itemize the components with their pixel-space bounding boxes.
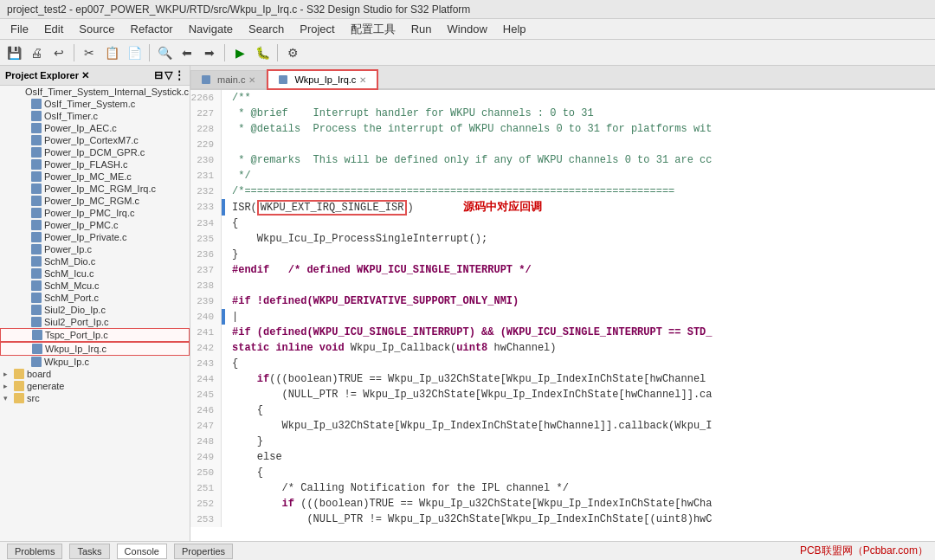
toolbar-btn-3[interactable]: ↩ <box>48 42 69 63</box>
code-line: 229 <box>190 137 935 152</box>
tree-item-22[interactable]: Wkpu_Ip.c <box>0 356 190 368</box>
tree-item-13[interactable]: Power_Ip.c <box>0 243 190 255</box>
tree-item-label: Power_Ip_PMC.c <box>44 220 119 230</box>
tree-item-label: OsIf_Timer_System_Internal_Systick.c <box>25 87 189 97</box>
toolbar-btn-6[interactable]: 📄 <box>124 42 145 63</box>
tree-item-9[interactable]: Power_Ip_MC_RGM.c <box>0 195 190 207</box>
code-text: if(((boolean)TRUE == Wkpu_Ip_u32ChState[… <box>232 373 706 385</box>
code-line: 251 /* Calling Notification for the IPL … <box>190 480 935 496</box>
toolbar-btn-9[interactable]: ➡ <box>199 42 220 63</box>
tree-item-10[interactable]: Power_Ip_PMC_Irq.c <box>0 207 190 219</box>
menu-item-search[interactable]: Search <box>242 21 291 37</box>
code-line: 247 Wkpu_Ip_u32ChState[Wkpu_Ip_IndexInCh… <box>190 418 935 434</box>
tree-item-25[interactable]: ▾src <box>0 392 190 404</box>
tab-file-icon <box>202 75 210 84</box>
menu-item-refactor[interactable]: Refactor <box>124 21 180 37</box>
tree-item-16[interactable]: SchM_Mcu.c <box>0 280 190 292</box>
code-line: 240| <box>190 309 935 325</box>
toolbar-btn-8[interactable]: ⬅ <box>177 42 197 63</box>
tree-item-11[interactable]: Power_Ip_PMC.c <box>0 219 190 231</box>
toolbar-btn-5[interactable]: 📋 <box>101 42 122 63</box>
line-number: 227 <box>190 106 222 121</box>
tree-item-label: Power_Ip.c <box>44 244 92 254</box>
menu-item-navigate[interactable]: Navigate <box>182 21 240 37</box>
tree-item-6[interactable]: Power_Ip_FLASH.c <box>0 158 190 171</box>
line-number: 228 <box>190 121 222 137</box>
toolbar-btn-1[interactable]: 💾 <box>3 42 24 63</box>
tree-item-21[interactable]: Wkpu_Ip_Irq.c <box>0 342 190 356</box>
debug-button[interactable]: 🐛 <box>252 42 273 63</box>
tree-item-1[interactable]: OsIf_Timer_System.c <box>0 98 190 110</box>
code-editor[interactable]: 2266/**227 * @brief Interrupt handler fo… <box>190 90 935 541</box>
line-number: 244 <box>190 371 222 387</box>
bottom-tab-console[interactable]: Console <box>117 544 167 559</box>
tree-item-19[interactable]: Siul2_Port_Ip.c <box>0 316 190 328</box>
code-line: 248 } <box>190 434 935 449</box>
tree-item-7[interactable]: Power_Ip_MC_ME.c <box>0 171 190 183</box>
filter-icon[interactable]: ▽ <box>164 69 172 81</box>
tree-item-17[interactable]: SchM_Port.c <box>0 292 190 304</box>
editor-area: main.c ✕Wkpu_Ip_Irq.c ✕ 2266/**227 * @br… <box>190 66 935 541</box>
tree-item-3[interactable]: Power_Ip_AEC.c <box>0 122 190 134</box>
menu-icon[interactable]: ⋮ <box>174 69 184 81</box>
toolbar-btn-10[interactable]: ⚙ <box>282 42 303 63</box>
toolbar-sep-3 <box>224 44 225 61</box>
file-icon <box>31 305 42 315</box>
tree-item-label: Power_Ip_CortexM7.c <box>44 135 139 145</box>
menu-item-file[interactable]: File <box>3 21 35 37</box>
menu-item-配置工具[interactable]: 配置工具 <box>344 20 403 39</box>
menu-item-edit[interactable]: Edit <box>37 21 70 37</box>
bottom-tab-properties[interactable]: Properties <box>174 544 233 559</box>
tab-close-icon[interactable]: ✕ <box>248 75 255 85</box>
line-content: #if (defined(WKPU_ICU_SINGLE_INTERRUPT) … <box>225 325 935 340</box>
tree-item-8[interactable]: Power_Ip_MC_RGM_Irq.c <box>0 183 190 195</box>
toolbar-btn-4[interactable]: ✂ <box>79 42 100 63</box>
pcb-watermark: PCB联盟网（Pcbbar.com） <box>800 544 928 558</box>
tree-item-5[interactable]: Power_Ip_DCM_GPR.c <box>0 146 190 158</box>
code-line: 231 */ <box>190 168 935 183</box>
toolbar-btn-7[interactable]: 🔍 <box>154 42 175 63</box>
line-number: 237 <box>190 262 222 278</box>
tab-close-icon[interactable]: ✕ <box>359 75 366 85</box>
menu-item-window[interactable]: Window <box>441 21 494 37</box>
bottom-tab-problems[interactable]: Problems <box>7 544 62 559</box>
collapse-icon[interactable]: ⊟ <box>154 69 163 81</box>
tree-item-0[interactable]: OsIf_Timer_System_Internal_Systick.c <box>0 86 190 98</box>
main-area: Project Explorer ✕ ⊟ ▽ ⋮ OsIf_Timer_Syst… <box>0 66 935 541</box>
tree-item-12[interactable]: Power_Ip_Private.c <box>0 231 190 243</box>
code-line: 253 (NULL_PTR != Wkpu_Ip_u32ChState[Wkpu… <box>190 512 935 527</box>
menu-item-source[interactable]: Source <box>72 21 121 37</box>
tree-item-label: Power_Ip_PMC_Irq.c <box>44 208 135 218</box>
file-icon <box>31 232 42 242</box>
sidebar-title: Project Explorer ✕ <box>5 70 89 81</box>
line-number: 230 <box>190 152 222 168</box>
tree-item-label: board <box>27 369 51 379</box>
tree-item-20[interactable]: Tspc_Port_Ip.c <box>0 328 190 342</box>
tree-item-18[interactable]: Siul2_Dio_Ip.c <box>0 304 190 316</box>
menu-item-project[interactable]: Project <box>293 21 341 37</box>
line-content: else <box>225 449 935 465</box>
code-line: 246 { <box>190 402 935 418</box>
menu-item-help[interactable]: Help <box>496 21 533 37</box>
bottom-tab-tasks[interactable]: Tasks <box>69 544 109 559</box>
tree-item-4[interactable]: Power_Ip_CortexM7.c <box>0 134 190 146</box>
line-number: 236 <box>190 247 222 262</box>
toolbar-btn-2[interactable]: 🖨 <box>26 42 47 63</box>
run-button[interactable]: ▶ <box>229 42 250 63</box>
line-number: 252 <box>190 496 222 512</box>
toolbar-sep-1 <box>74 44 74 61</box>
tab-Wkpu_Ip_Irq-c[interactable]: Wkpu_Ip_Irq.c ✕ <box>267 69 378 90</box>
code-line: 228 * @details Process the interrupt of … <box>190 121 935 137</box>
menu-item-run[interactable]: Run <box>404 21 439 37</box>
code-text: if (((boolean)TRUE == Wkpu_Ip_u32ChState… <box>232 498 713 510</box>
file-icon <box>32 330 42 340</box>
tabs-bar: main.c ✕Wkpu_Ip_Irq.c ✕ <box>190 66 935 90</box>
line-content: /*======================================… <box>225 183 935 199</box>
tree-item-14[interactable]: SchM_Dio.c <box>0 255 190 267</box>
line-number: 235 <box>190 231 222 247</box>
tab-main-c[interactable]: main.c ✕ <box>190 70 267 88</box>
tree-item-24[interactable]: ▸generate <box>0 380 190 392</box>
tree-item-15[interactable]: SchM_Icu.c <box>0 267 190 280</box>
tree-item-23[interactable]: ▸board <box>0 368 190 380</box>
tree-item-2[interactable]: OsIf_Timer.c <box>0 110 190 122</box>
